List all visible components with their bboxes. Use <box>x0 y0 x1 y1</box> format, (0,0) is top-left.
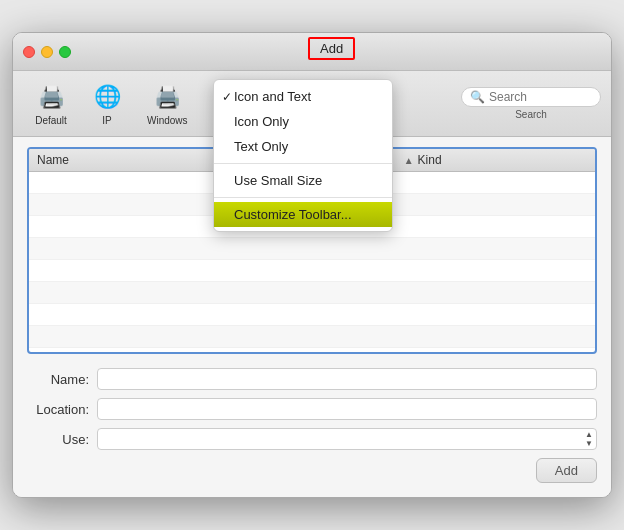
dropdown-item-small-size[interactable]: Use Small Size <box>214 168 392 193</box>
sort-arrow-icon: ▲ <box>404 155 414 166</box>
search-label: Search <box>515 109 547 120</box>
title-bar: Add <box>13 33 611 71</box>
table-row[interactable] <box>29 282 595 304</box>
toolbar-item-ip[interactable]: 🌐 IP <box>79 77 135 130</box>
minimize-button[interactable] <box>41 46 53 58</box>
windows-icon: 🖨️ <box>151 81 183 113</box>
toolbar-item-windows[interactable]: 🖨️ Windows <box>135 77 200 130</box>
main-window: Add 🖨️ Default 🌐 IP 🖨️ Windows 🔍 Search <box>12 32 612 498</box>
search-input-wrap: 🔍 <box>461 87 601 107</box>
default-icon: 🖨️ <box>35 81 67 113</box>
search-icon: 🔍 <box>470 90 485 104</box>
ip-icon: 🌐 <box>91 81 123 113</box>
location-field[interactable] <box>97 398 597 420</box>
table-row[interactable] <box>29 304 595 326</box>
search-box: 🔍 Search <box>461 87 601 120</box>
default-label: Default <box>35 115 67 126</box>
use-form-row: Use: ▲ ▼ <box>27 428 597 450</box>
ip-label: IP <box>102 115 111 126</box>
stepper-up-icon[interactable]: ▲ <box>585 431 593 439</box>
table-row[interactable] <box>29 238 595 260</box>
name-form-row: Name: <box>27 368 597 390</box>
name-form-label: Name: <box>27 372 97 387</box>
toolbar-item-default[interactable]: 🖨️ Default <box>23 77 79 130</box>
dropdown-item-customize[interactable]: Customize Toolbar... <box>214 202 392 227</box>
add-dropdown-label[interactable]: Add <box>308 37 355 60</box>
use-select-wrap: ▲ ▼ <box>97 428 597 450</box>
traffic-lights <box>23 46 71 58</box>
location-form-label: Location: <box>27 402 97 417</box>
dropdown-item-icon-only[interactable]: Icon Only <box>214 109 392 134</box>
dropdown-item-text-only[interactable]: Text Only <box>214 134 392 159</box>
table-row[interactable] <box>29 326 595 348</box>
bottom-row: Add <box>27 458 597 483</box>
toolbar: 🖨️ Default 🌐 IP 🖨️ Windows 🔍 Search Icon… <box>13 71 611 137</box>
use-form-label: Use: <box>27 432 97 447</box>
dropdown-menu: Icon and Text Icon Only Text Only Use Sm… <box>213 79 393 232</box>
maximize-button[interactable] <box>59 46 71 58</box>
dropdown-separator <box>214 163 392 164</box>
name-field[interactable] <box>97 368 597 390</box>
windows-label: Windows <box>147 115 188 126</box>
use-select[interactable] <box>97 428 597 450</box>
kind-column-header: ▲ Kind <box>404 153 587 167</box>
add-button[interactable]: Add <box>536 458 597 483</box>
stepper: ▲ ▼ <box>585 431 593 448</box>
location-form-row: Location: <box>27 398 597 420</box>
dropdown-item-icon-and-text[interactable]: Icon and Text <box>214 84 392 109</box>
search-input[interactable] <box>489 90 592 104</box>
close-button[interactable] <box>23 46 35 58</box>
dropdown-separator-2 <box>214 197 392 198</box>
stepper-down-icon[interactable]: ▼ <box>585 440 593 448</box>
table-row[interactable] <box>29 260 595 282</box>
